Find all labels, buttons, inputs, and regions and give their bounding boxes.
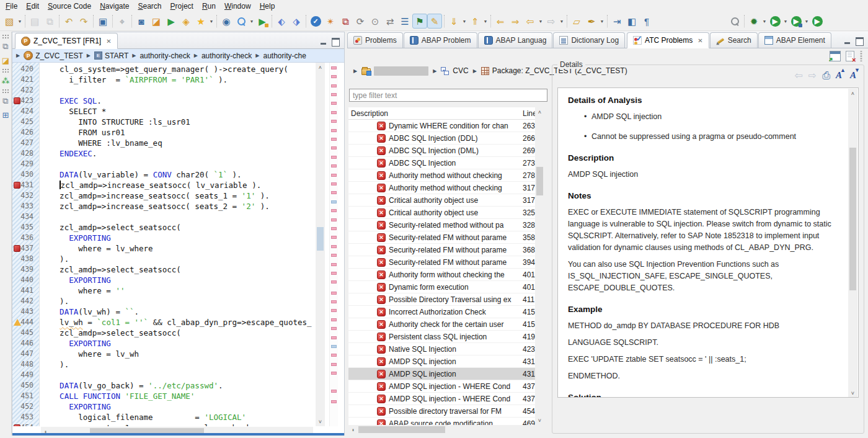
- run-button[interactable]: ▶: [768, 14, 782, 29]
- forward-button[interactable]: ⇨: [808, 71, 817, 81]
- maximize-icon[interactable]: [332, 38, 339, 45]
- minimize-icon[interactable]: [844, 37, 851, 44]
- where-used-button[interactable]: ⚑: [412, 14, 427, 29]
- menu-edit[interactable]: Edit: [22, 1, 43, 11]
- menu-source-code[interactable]: Source Code: [43, 1, 95, 11]
- check-inactive-objects-button[interactable]: ⧉: [338, 14, 353, 29]
- menu-window[interactable]: Window: [220, 1, 255, 11]
- dropdown-arrow-icon[interactable]: ▼: [208, 14, 215, 29]
- problem-mark[interactable]: [331, 336, 337, 339]
- dropdown-arrow-icon[interactable]: ▼: [761, 14, 768, 29]
- problem-mark[interactable]: [331, 164, 337, 168]
- table-row[interactable]: ✕AMDP SQL injection431: [348, 355, 544, 368]
- tag-check-button[interactable]: ⬖: [274, 14, 289, 29]
- menu-navigate[interactable]: Navigate: [95, 1, 133, 11]
- forward-button[interactable]: ⇨: [544, 14, 559, 29]
- table-row[interactable]: ✕Security-related FM without parame394: [348, 256, 544, 269]
- editor-tab-z-cvc-test[interactable]: P Z_CVC_TEST [FR1] ✕: [15, 33, 118, 49]
- problem-mark[interactable]: [331, 111, 337, 114]
- outline-view-icon[interactable]: ⊞: [1, 109, 11, 121]
- dropdown-arrow-icon[interactable]: ▼: [461, 14, 467, 29]
- table-row[interactable]: ✕ADBC SQL Injection (DML)269: [348, 145, 544, 157]
- show-source-button[interactable]: ◧: [624, 14, 639, 29]
- problem-mark[interactable]: [331, 300, 337, 303]
- scrollbar-thumb[interactable]: [536, 167, 543, 195]
- compare-versions-button[interactable]: ⇄: [383, 14, 397, 29]
- quick-search-button[interactable]: [727, 14, 742, 29]
- new-wizard-button[interactable]: ▧: [2, 14, 17, 29]
- problem-mark[interactable]: [331, 138, 337, 141]
- previous-edit-location-button[interactable]: ⇐: [493, 14, 508, 29]
- previous-annotation-button[interactable]: ⇑: [467, 14, 482, 29]
- tab-problems[interactable]: Problems: [347, 32, 403, 48]
- table-row[interactable]: ✕AMDP SQL injection - WHERE Cond437: [348, 380, 544, 393]
- problem-mark[interactable]: [331, 354, 337, 357]
- object-hierarchy-button[interactable]: ☰: [397, 14, 412, 29]
- scroll-down-icon[interactable]: ˅: [535, 416, 544, 425]
- problem-mark[interactable]: [331, 263, 337, 266]
- scroll-down-icon[interactable]: ˅: [848, 388, 857, 398]
- run-abap-object-button[interactable]: ▶: [164, 14, 179, 29]
- table-row[interactable]: ✕Dynamic form execution401: [348, 281, 544, 293]
- problem-mark[interactable]: [331, 102, 337, 105]
- run-configurations-button[interactable]: ▶: [789, 14, 804, 29]
- table-row[interactable]: ✕Critical authority object use325: [348, 207, 544, 219]
- column-description[interactable]: Description: [348, 109, 388, 118]
- open-resource-button[interactable]: ✒: [584, 14, 599, 29]
- menu-run[interactable]: Run: [198, 1, 220, 11]
- problem-mark[interactable]: [331, 120, 337, 123]
- scroll-right-icon[interactable]: ›: [348, 425, 358, 434]
- data-preview-button[interactable]: ◙: [134, 14, 149, 29]
- lock-object-button[interactable]: ⊙: [368, 14, 383, 29]
- share-view-icon[interactable]: ⁂: [1, 74, 11, 87]
- table-row[interactable]: ✕ABAP source code modification469: [348, 418, 544, 425]
- breadcrumb-item[interactable]: authority-check: [140, 51, 190, 60]
- scrollbar-thumb[interactable]: [317, 227, 324, 251]
- project-explorer-icon[interactable]: ◪: [1, 54, 11, 66]
- undo-button[interactable]: ↶: [61, 14, 76, 29]
- tab-search[interactable]: Search: [710, 32, 758, 48]
- dropdown-arrow-icon[interactable]: ▼: [599, 14, 605, 29]
- drag-handle[interactable]: [2, 34, 9, 38]
- close-icon[interactable]: ✕: [106, 38, 111, 45]
- table-header[interactable]: Description Line: [348, 107, 544, 120]
- close-icon[interactable]: ✕: [698, 37, 702, 44]
- occurrence-mark[interactable]: [331, 200, 337, 203]
- debug-button[interactable]: ✹: [746, 14, 761, 29]
- problem-mark[interactable]: [331, 254, 337, 257]
- problem-mark[interactable]: [331, 280, 337, 284]
- scroll-up-icon[interactable]: ˄: [848, 89, 857, 98]
- dropdown-arrow-icon[interactable]: ▼: [482, 14, 489, 29]
- problem-mark[interactable]: [331, 309, 337, 312]
- link-editor-toggle-button[interactable]: ⇥: [609, 14, 624, 29]
- dropdown-arrow-icon[interactable]: ▼: [538, 14, 544, 29]
- type-hierarchy-button[interactable]: ◉: [219, 14, 234, 29]
- problem-mark[interactable]: [331, 66, 337, 69]
- table-row[interactable]: ✕Possible directory traversal for FM454: [348, 405, 544, 418]
- tab-abap-problem[interactable]: ABAP Problem: [404, 32, 477, 48]
- scrollbar-thumb[interactable]: [849, 148, 856, 290]
- dropdown-arrow-icon[interactable]: ▼: [804, 14, 810, 29]
- problem-mark[interactable]: [331, 227, 337, 230]
- maximize-icon[interactable]: [856, 37, 863, 44]
- tab-dictionary-log[interactable]: Dictionary Log: [553, 32, 625, 48]
- activate-button[interactable]: ✓: [308, 14, 323, 29]
- open-console-button[interactable]: ▣: [95, 14, 110, 29]
- run-with-coverage-button[interactable]: ▶: [255, 14, 270, 29]
- refresh-button[interactable]: ⟳: [353, 14, 368, 29]
- menu-help[interactable]: Help: [255, 1, 280, 11]
- problem-mark[interactable]: [331, 129, 337, 132]
- table-row[interactable]: ✕ADBC SQL Injection (DDL)266: [348, 132, 544, 145]
- problem-mark[interactable]: [331, 218, 337, 221]
- scrollbar-thumb[interactable]: [358, 426, 445, 433]
- problem-mark[interactable]: [331, 236, 337, 239]
- problem-mark[interactable]: [331, 174, 337, 177]
- table-row[interactable]: ✕Native SQL Injection423: [348, 343, 544, 355]
- problem-mark[interactable]: [331, 327, 337, 330]
- table-row[interactable]: ✕ADBC SQL Injection273: [348, 157, 544, 169]
- dropdown-arrow-icon[interactable]: ▼: [559, 14, 565, 29]
- details-vertical-scrollbar[interactable]: ˄ ˅: [848, 89, 857, 398]
- problem-mark[interactable]: [331, 245, 337, 248]
- dropdown-arrow-icon[interactable]: ▼: [17, 14, 23, 29]
- menu-project[interactable]: Project: [166, 1, 198, 11]
